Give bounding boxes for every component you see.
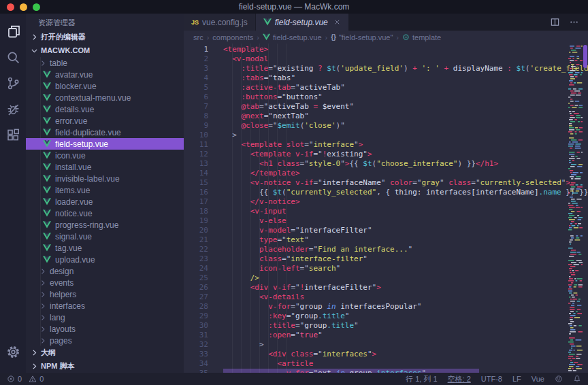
file-item-notice.vue[interactable]: notice.vue — [26, 207, 184, 219]
file-item-tag.vue[interactable]: tag.vue — [26, 242, 184, 254]
code-line[interactable]: :active-tab="activeTab" — [223, 83, 588, 93]
code-line[interactable]: v-else — [223, 216, 588, 226]
code-line[interactable]: @next="nextTab" — [223, 112, 588, 121]
code-line[interactable]: @tab="activeTab = $event" — [223, 102, 588, 112]
file-item-icon.vue[interactable]: icon.vue — [26, 150, 184, 161]
code-line[interactable]: :tabs="tabs" — [223, 73, 588, 83]
breadcrumb-item-field-setup.vue[interactable]: {}"field-setup.vue" — [331, 33, 393, 41]
code-editor[interactable]: 1234567891011121314151617181920212223242… — [184, 44, 588, 373]
zoom-window-button[interactable] — [33, 3, 40, 11]
code-line[interactable]: <template> — [223, 45, 588, 54]
code-line[interactable]: :title="existing ? $t('update_field') + … — [223, 64, 588, 73]
code-line[interactable]: :title="group.title" — [223, 321, 588, 331]
panel-大纲[interactable]: 大纲 — [26, 346, 184, 359]
tab-field-setup.vue[interactable]: field-setup.vue — [256, 14, 349, 31]
vue-icon — [43, 221, 51, 229]
code-line[interactable]: </template> — [223, 169, 588, 178]
code-line[interactable]: v-for="group in interfacesPopular" — [223, 302, 588, 312]
file-item-progress-ring.vue[interactable]: progress-ring.vue — [26, 219, 184, 231]
file-item-signal.vue[interactable]: signal.vue — [26, 231, 184, 242]
code-line[interactable]: class="interface-filter" — [223, 254, 588, 264]
token: =" — [291, 283, 299, 292]
token: ? — [318, 64, 327, 73]
file-item-invisible-label.vue[interactable]: invisible-label.vue — [26, 173, 184, 184]
notifications-button[interactable] — [573, 375, 581, 383]
code-line[interactable]: :key="group.title" — [223, 312, 588, 321]
file-item-contextual-menu.vue[interactable]: contextual-menu.vue — [26, 92, 184, 103]
scrollbar-thumb[interactable] — [583, 45, 587, 68]
panel-NPM 脚本[interactable]: NPM 脚本 — [26, 359, 184, 373]
folder-item-lang[interactable]: lang — [26, 312, 184, 323]
code-line[interactable]: v-model="interfaceFilter" — [223, 226, 588, 235]
code-content[interactable]: <template> <v-modal :title="existing ? $… — [218, 44, 588, 373]
file-item-error.vue[interactable]: error.vue — [26, 115, 184, 127]
open-editors-section[interactable]: 打开的编辑器 — [26, 30, 184, 44]
folder-item-helpers[interactable]: helpers — [26, 288, 184, 300]
code-line[interactable]: type="text" — [223, 235, 588, 245]
file-item-field-duplicate.vue[interactable]: field-duplicate.vue — [26, 127, 184, 138]
code-line[interactable]: placeholder="Find an interface..." — [223, 245, 588, 254]
code-line[interactable]: /> — [223, 273, 588, 283]
code-line[interactable]: <div v-if="!interfaceFilter"> — [223, 283, 588, 292]
code-line[interactable]: {{ $t("currently_selected", { thing: int… — [223, 188, 588, 197]
code-line[interactable]: <v-modal — [223, 54, 588, 64]
status-LF[interactable]: LF — [512, 375, 521, 383]
file-item-install.vue[interactable]: install.vue — [26, 161, 184, 173]
file-item-details.vue[interactable]: details.vue — [26, 103, 184, 115]
activity-settings[interactable] — [0, 340, 26, 366]
breadcrumb-item-components[interactable]: components — [212, 33, 253, 41]
code-line[interactable]: :open="true" — [223, 331, 588, 340]
code-line[interactable]: </v-notice> — [223, 197, 588, 207]
minimize-window-button[interactable] — [20, 3, 27, 11]
code-line[interactable]: <h1 class="style-0">{{ $t("choose_interf… — [223, 159, 588, 169]
activity-search[interactable] — [0, 46, 26, 71]
code-line[interactable]: v-for="ext in group.interfaces" — [223, 369, 588, 373]
status-Vue[interactable]: Vue — [532, 375, 544, 383]
breadcrumb-item-field-setup.vue[interactable]: field-setup.vue — [263, 33, 322, 41]
line-number: 7 — [184, 102, 208, 112]
file-item-items.vue[interactable]: items.vue — [26, 184, 184, 196]
code-line[interactable]: <template v-if="!existing"> — [223, 150, 588, 159]
breadcrumb-item-src[interactable]: src — [193, 33, 203, 41]
project-root-section[interactable]: MACWK.COM — [26, 44, 184, 57]
more-actions-button[interactable] — [569, 17, 579, 27]
code-line[interactable]: <v-input — [223, 207, 588, 216]
close-icon[interactable] — [333, 18, 341, 26]
code-line[interactable]: <article — [223, 359, 588, 369]
folder-item-pages[interactable]: pages — [26, 335, 184, 346]
code-line[interactable]: :buttons="buttons" — [223, 93, 588, 102]
folder-item-layouts[interactable]: layouts — [26, 323, 184, 335]
status-11[interactable]: 行 1, 列 1 — [406, 374, 437, 384]
breadcrumb-item-template[interactable]: template — [402, 33, 441, 41]
code-line[interactable]: <v-notice v-if="interfaceName" color="gr… — [223, 178, 588, 188]
file-item-avatar.vue[interactable]: avatar.vue — [26, 69, 184, 80]
folder-item-interfaces[interactable]: interfaces — [26, 300, 184, 312]
feedback-button[interactable] — [555, 375, 563, 383]
vue-icon — [43, 140, 51, 148]
status-2[interactable]: 空格: 2 — [448, 374, 471, 384]
code-line[interactable]: > — [223, 131, 588, 140]
folder-item-design[interactable]: design — [26, 265, 184, 277]
file-item-loader.vue[interactable]: loader.vue — [26, 196, 184, 207]
split-editor-button[interactable] — [550, 17, 560, 27]
code-line[interactable]: icon-left="search" — [223, 264, 588, 273]
file-item-upload.vue[interactable]: upload.vue — [26, 254, 184, 265]
code-line[interactable]: @close="$emit('close')" — [223, 121, 588, 131]
activity-debug[interactable] — [0, 97, 26, 123]
code-line[interactable]: <template slot="interface"> — [223, 140, 588, 150]
problems-status[interactable]: 00 — [7, 375, 44, 383]
activity-explorer[interactable] — [0, 20, 26, 46]
tab-vue.config.js[interactable]: JSvue.config.js — [184, 14, 256, 31]
activity-extensions[interactable] — [0, 123, 26, 149]
activity-source-control[interactable] — [0, 71, 26, 97]
code-line[interactable]: > — [223, 340, 588, 350]
folder-item-table[interactable]: table — [26, 57, 184, 69]
minimap[interactable] — [568, 44, 583, 373]
folder-item-events[interactable]: events — [26, 277, 184, 288]
code-line[interactable]: <div class="interfaces"> — [223, 350, 588, 359]
close-window-button[interactable] — [7, 3, 14, 11]
code-line[interactable]: <v-details — [223, 292, 588, 302]
status-UTF8[interactable]: UTF-8 — [481, 375, 502, 383]
file-item-blocker.vue[interactable]: blocker.vue — [26, 80, 184, 92]
file-item-field-setup.vue[interactable]: field-setup.vue — [26, 138, 184, 150]
